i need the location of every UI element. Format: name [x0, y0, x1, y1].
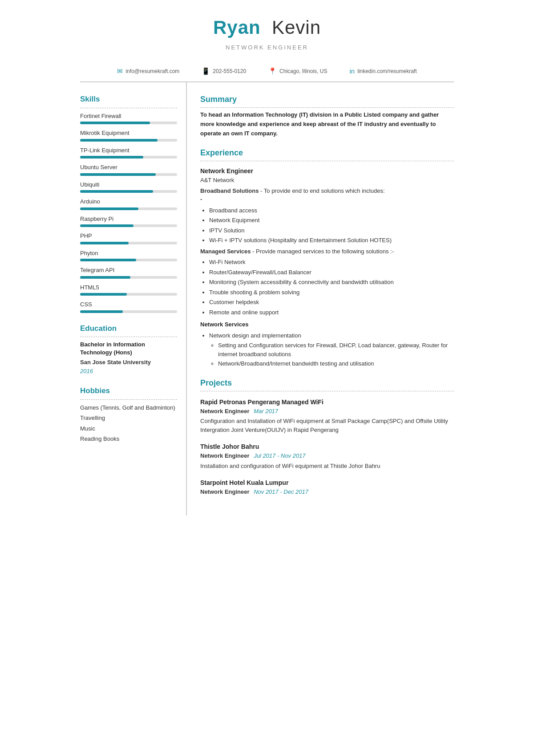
skill-item: Mikrotik Equipment	[80, 129, 177, 142]
linkedin-icon: in	[349, 66, 355, 77]
skill-name: Ubuntu Server	[80, 163, 177, 172]
managed-list-item: Remote and online support	[209, 308, 454, 317]
contact-location: 📍 Chicago, Illinois, US	[268, 66, 327, 77]
broadband-desc-text: -	[260, 187, 264, 194]
project-role-line: Network Engineer Nov 2017 - Dec 2017	[200, 488, 454, 496]
hobby-item: Games (Tennis, Golf and Badminton)	[80, 403, 177, 412]
managed-sep: -	[252, 248, 256, 255]
project-title: Rapid Petronas Pengerang Managed WiFi	[200, 398, 454, 407]
managed-desc-value: Provide managed services to the followin…	[256, 248, 394, 255]
location-icon: 📍	[268, 66, 277, 77]
skill-item: HTML5	[80, 283, 177, 296]
broadband-list-item: Wi-Fi + IPTV solutions (Hospitality and …	[209, 236, 454, 245]
hobbies-list: Games (Tennis, Golf and Badminton)Travel…	[80, 403, 177, 443]
email-value: info@resumekraft.com	[125, 67, 179, 75]
edu-year: 2016	[80, 367, 177, 376]
skill-name: Arduino	[80, 197, 177, 206]
project-role: Network Engineer	[200, 408, 250, 415]
skill-item: Telegram API	[80, 266, 177, 279]
skill-bar-bg	[80, 156, 177, 159]
edu-degree: Bachelor in Information Technology (Hons…	[80, 341, 177, 357]
broadband-label: Broadband Solutions	[200, 187, 259, 194]
skill-name: Ubiquiti	[80, 180, 177, 189]
skill-item: Fortinet Firewall	[80, 112, 177, 125]
skill-bar-bg	[80, 242, 177, 244]
managed-desc: Managed Services - Provide managed servi…	[200, 247, 454, 256]
managed-list-item: Trouble shooting & problem solving	[209, 288, 454, 297]
project-item: Starpoint Hotel Kuala Lumpur Network Eng…	[200, 478, 454, 496]
skill-bar-fill	[80, 122, 150, 124]
skill-bar-fill	[80, 139, 158, 142]
skill-bar-bg	[80, 224, 177, 227]
skill-bar-fill	[80, 310, 123, 313]
first-name: Ryan	[213, 17, 261, 38]
project-role-line: Network Engineer Jul 2017 - Nov 2017	[200, 451, 454, 460]
contact-bar: ✉ info@resumekraft.com 📱 202-555-0120 📍 …	[80, 61, 454, 83]
skill-item: Arduino	[80, 197, 177, 210]
skill-bar-bg	[80, 173, 177, 176]
skill-name: Fortinet Firewall	[80, 112, 177, 121]
skill-item: Ubiquiti	[80, 180, 177, 193]
network-items: Network design and implementation Settin…	[209, 331, 454, 368]
skill-item: Raspberry Pi	[80, 215, 177, 228]
skill-name: Telegram API	[80, 266, 177, 275]
project-item: Thistle Johor Bahru Network Engineer Jul…	[200, 442, 454, 470]
network-item: Network design and implementation Settin…	[209, 331, 454, 368]
skills-title: Skills	[80, 93, 177, 108]
full-name: Ryan Kevin	[76, 13, 458, 41]
skill-name: Phyton	[80, 249, 177, 258]
broadband-desc: Broadband Solutions - To provide end to …	[200, 187, 454, 195]
managed-label: Managed Services	[200, 248, 251, 255]
skill-bar-bg	[80, 310, 177, 313]
skill-bar-fill	[80, 156, 143, 159]
broadband-list-item: Network Equipment	[209, 216, 454, 225]
skill-name: TP-Link Equipment	[80, 146, 177, 155]
skill-bar-bg	[80, 259, 177, 261]
skill-bar-fill	[80, 173, 156, 176]
broadband-list-item: Broadband access	[209, 206, 454, 215]
skill-bar-fill	[80, 190, 153, 193]
skill-bar-fill	[80, 276, 130, 279]
skill-name: PHP	[80, 232, 177, 240]
managed-list-item: Wi-Fi Network	[209, 258, 454, 267]
network-subitem: Network/Broadband/Internet bandwidth tes…	[218, 359, 454, 368]
skill-bar-bg	[80, 293, 177, 296]
projects-list: Rapid Petronas Pengerang Managed WiFi Ne…	[200, 398, 454, 496]
location-value: Chicago, Illinois, US	[279, 67, 327, 75]
network-services-title: Network Services	[200, 320, 454, 329]
broadband-list-item: IPTV Solution	[209, 226, 454, 235]
contact-phone: 📱 202-555-0120	[202, 66, 246, 77]
project-role-line: Network Engineer Mar 2017	[200, 407, 454, 416]
education-title: Education	[80, 323, 177, 337]
skill-bar-fill	[80, 293, 127, 296]
skill-bar-fill	[80, 242, 129, 244]
skill-name: CSS	[80, 300, 177, 309]
skill-name: HTML5	[80, 283, 177, 292]
skill-bar-bg	[80, 276, 177, 279]
exp-company: A&T Network	[200, 176, 454, 185]
exp-job-title: Network Engineer	[200, 167, 454, 176]
skill-item: Phyton	[80, 249, 177, 262]
skills-list: Fortinet Firewall Mikrotik Equipment TP-…	[80, 112, 177, 313]
linkedin-value: linkedin.com/resumekraft	[357, 67, 417, 75]
managed-list-item: Monitoring (System accessibility & conne…	[209, 278, 454, 287]
project-role: Network Engineer	[200, 452, 250, 459]
project-title: Thistle Johor Bahru	[200, 442, 454, 451]
hobbies-section: Hobbies Games (Tennis, Golf and Badminto…	[80, 385, 177, 443]
managed-list-item: Customer helpdesk	[209, 298, 454, 307]
skill-bar-bg	[80, 122, 177, 124]
skill-bar-bg	[80, 139, 177, 142]
skill-bar-bg	[80, 207, 177, 210]
experience-section: Network Engineer A&T Network Broadband S…	[200, 167, 454, 368]
project-role: Network Engineer	[200, 488, 250, 495]
skill-item: Ubuntu Server	[80, 163, 177, 176]
skill-bar-bg	[80, 190, 177, 193]
job-title: NETWORK ENGINEER	[76, 43, 458, 52]
last-name: Kevin	[272, 17, 321, 38]
network-subitem: Setting and Configuration services for F…	[218, 341, 454, 358]
managed-list-item: Router/Gateway/Firewall/Load Balancer	[209, 268, 454, 277]
project-date: Nov 2017 - Dec 2017	[254, 488, 308, 495]
project-desc: Configuration and Installation of WiFi e…	[200, 417, 454, 434]
project-item: Rapid Petronas Pengerang Managed WiFi Ne…	[200, 398, 454, 435]
hobby-item: Travelling	[80, 414, 177, 423]
